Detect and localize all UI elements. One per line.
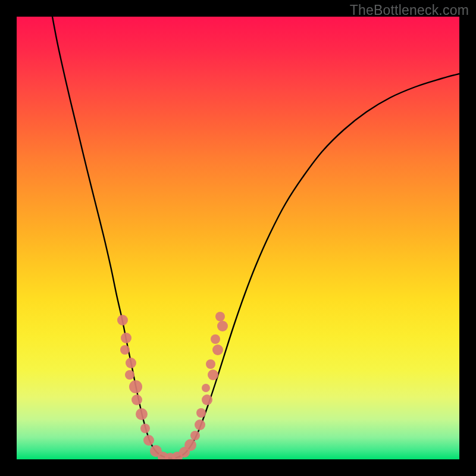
watermark-text: TheBottleneck.com [350, 2, 469, 18]
data-point [121, 333, 131, 343]
data-point [126, 358, 136, 368]
data-point [217, 321, 228, 331]
data-point [208, 369, 218, 380]
data-point [131, 394, 142, 405]
data-point [195, 419, 205, 430]
data-point [117, 315, 128, 325]
data-point [196, 408, 206, 418]
data-point [211, 334, 220, 344]
data-point [215, 312, 225, 321]
data-point [212, 345, 223, 355]
data-point [125, 370, 134, 380]
data-point [120, 345, 130, 355]
data-dots [117, 312, 228, 459]
data-point [143, 435, 154, 446]
chart-area [17, 17, 459, 459]
data-point [136, 408, 148, 420]
data-point [190, 431, 200, 440]
data-point [140, 424, 150, 433]
data-point [184, 439, 196, 451]
data-point [206, 359, 215, 369]
data-point [202, 394, 212, 405]
data-point [202, 384, 210, 392]
bottleneck-curve [52, 17, 459, 458]
chart-svg [17, 17, 459, 459]
data-point [129, 380, 142, 393]
